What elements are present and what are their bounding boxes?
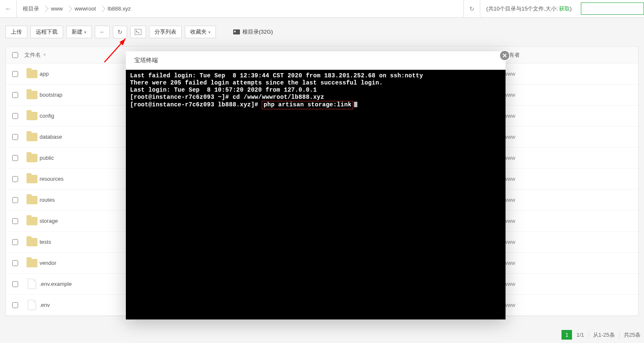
terminal-output[interactable]: Last failed login: Tue Sep 8 12:39:44 CS… [126,70,506,319]
modal-close-button[interactable] [499,50,510,61]
terminal-modal: 宝塔终端 Last failed login: Tue Sep 8 12:39:… [126,51,506,319]
modal-title: 宝塔终端 [126,51,506,70]
